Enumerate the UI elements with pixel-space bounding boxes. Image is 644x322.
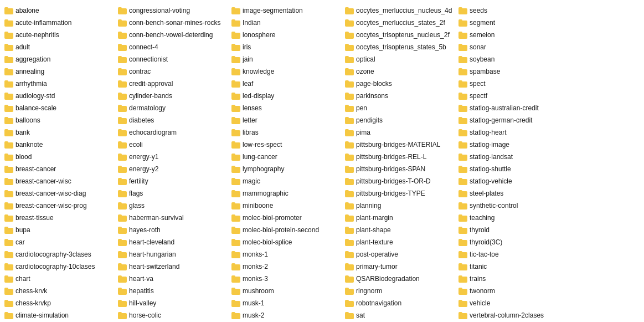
list-item[interactable]: bupa <box>2 224 116 236</box>
list-item[interactable]: balloons <box>2 114 116 126</box>
list-item[interactable]: monks-2 <box>229 260 343 273</box>
list-item[interactable]: breast-cancer <box>2 163 116 175</box>
list-item[interactable]: blood <box>2 151 116 163</box>
list-item[interactable]: cardiotocography-10clases <box>2 260 116 273</box>
list-item[interactable]: diabetes <box>116 114 229 126</box>
list-item[interactable]: oocytes_trisopterus_states_5b <box>343 41 456 53</box>
list-item[interactable]: heart-cleveland <box>116 236 229 248</box>
list-item[interactable]: dermatology <box>116 102 229 114</box>
list-item[interactable]: heart-switzerland <box>116 260 229 273</box>
list-item[interactable]: pittsburg-bridges-T-OR-D <box>343 175 456 187</box>
list-item[interactable]: optical <box>343 53 456 65</box>
list-item[interactable]: chess-krvk <box>2 285 116 297</box>
list-item[interactable]: energy-y1 <box>116 151 229 163</box>
list-item[interactable]: parkinsons <box>343 90 456 102</box>
list-item[interactable]: connectionist <box>116 53 229 65</box>
list-item[interactable]: spambase <box>456 65 570 78</box>
list-item[interactable]: connect-4 <box>116 41 229 53</box>
list-item[interactable]: statlog-shuttle <box>456 163 570 175</box>
list-item[interactable]: trains <box>456 273 570 285</box>
list-item[interactable]: monks-3 <box>229 273 343 285</box>
list-item[interactable]: hepatitis <box>116 285 229 297</box>
list-item[interactable]: page-blocks <box>343 78 456 90</box>
list-item[interactable]: leaf <box>229 78 343 90</box>
list-item[interactable]: statlog-heart <box>456 126 570 139</box>
list-item[interactable]: breast-tissue <box>2 212 116 224</box>
list-item[interactable]: bank <box>2 126 116 139</box>
list-item[interactable]: segment <box>456 17 570 29</box>
list-item[interactable]: breast-cancer-wisc-diag <box>2 187 116 200</box>
list-item[interactable]: libras <box>229 126 343 139</box>
list-item[interactable]: vertebral-column-2clases <box>456 309 570 321</box>
list-item[interactable]: heart-va <box>116 273 229 285</box>
list-item[interactable]: flags <box>116 187 229 200</box>
list-item[interactable]: banknote <box>2 139 116 151</box>
list-item[interactable]: acute-nephritis <box>2 29 116 41</box>
list-item[interactable]: molec-biol-protein-second <box>229 224 343 236</box>
list-item[interactable]: oocytes_trisopterus_nucleus_2f <box>343 29 456 41</box>
list-item[interactable]: car <box>2 236 116 248</box>
list-item[interactable]: haberman-survival <box>116 212 229 224</box>
list-item[interactable]: arrhythmia <box>2 78 116 90</box>
list-item[interactable]: sonar <box>456 41 570 53</box>
list-item[interactable]: congressional-voting <box>116 4 229 17</box>
list-item[interactable]: soybean <box>456 53 570 65</box>
list-item[interactable]: thyroid(3C) <box>456 236 570 248</box>
list-item[interactable]: pittsburg-bridges-SPAN <box>343 163 456 175</box>
list-item[interactable]: chess-krvkp <box>2 297 116 309</box>
list-item[interactable]: hayes-roth <box>116 224 229 236</box>
list-item[interactable]: planning <box>343 200 456 212</box>
list-item[interactable]: statlog-image <box>456 139 570 151</box>
list-item[interactable]: pima <box>343 126 456 139</box>
list-item[interactable]: molec-biol-splice <box>229 236 343 248</box>
list-item[interactable]: pittsburg-bridges-MATERIAL <box>343 139 456 151</box>
list-item[interactable]: steel-plates <box>456 187 570 200</box>
list-item[interactable]: statlog-landsat <box>456 151 570 163</box>
list-item[interactable]: climate-simulation <box>2 309 116 321</box>
list-item[interactable]: cardiotocography-3clases <box>2 248 116 260</box>
list-item[interactable]: twonorm <box>456 285 570 297</box>
list-item[interactable]: oocytes_merluccius_nucleus_4d <box>343 4 456 17</box>
list-item[interactable]: image-segmentation <box>229 4 343 17</box>
list-item[interactable]: energy-y2 <box>116 163 229 175</box>
list-item[interactable]: conn-bench-vowel-deterding <box>116 29 229 41</box>
list-item[interactable]: oocytes_merluccius_states_2f <box>343 17 456 29</box>
list-item[interactable]: letter <box>229 114 343 126</box>
list-item[interactable]: spect <box>456 78 570 90</box>
list-item[interactable]: statlog-australian-credit <box>456 102 570 114</box>
list-item[interactable]: acute-inflammation <box>2 17 116 29</box>
list-item[interactable]: musk-1 <box>229 297 343 309</box>
list-item[interactable]: balance-scale <box>2 102 116 114</box>
list-item[interactable]: monks-1 <box>229 248 343 260</box>
list-item[interactable]: contrac <box>116 65 229 78</box>
list-item[interactable]: statlog-vehicle <box>456 175 570 187</box>
list-item[interactable]: lenses <box>229 102 343 114</box>
list-item[interactable]: chart <box>2 273 116 285</box>
list-item[interactable]: vehicle <box>456 297 570 309</box>
list-item[interactable]: plant-margin <box>343 212 456 224</box>
list-item[interactable]: breast-cancer-wisc <box>2 175 116 187</box>
list-item[interactable]: lymphography <box>229 163 343 175</box>
list-item[interactable]: pen <box>343 102 456 114</box>
list-item[interactable]: credit-approval <box>116 78 229 90</box>
list-item[interactable]: mushroom <box>229 285 343 297</box>
list-item[interactable]: knowledge <box>229 65 343 78</box>
list-item[interactable]: synthetic-control <box>456 200 570 212</box>
list-item[interactable]: annealing <box>2 65 116 78</box>
list-item[interactable]: titanic <box>456 260 570 273</box>
list-item[interactable]: aggregation <box>2 53 116 65</box>
list-item[interactable]: ionosphere <box>229 29 343 41</box>
list-item[interactable]: thyroid <box>456 224 570 236</box>
list-item[interactable]: Indian <box>229 17 343 29</box>
list-item[interactable]: mammographic <box>229 187 343 200</box>
list-item[interactable]: jain <box>229 53 343 65</box>
list-item[interactable]: molec-biol-promoter <box>229 212 343 224</box>
list-item[interactable]: post-operative <box>343 248 456 260</box>
list-item[interactable]: ringnorm <box>343 285 456 297</box>
list-item[interactable]: abalone <box>2 4 116 17</box>
list-item[interactable]: QSARBiodegradation <box>343 273 456 285</box>
list-item[interactable]: robotnavigation <box>343 297 456 309</box>
list-item[interactable]: primary-tumor <box>343 260 456 273</box>
list-item[interactable]: plant-shape <box>343 224 456 236</box>
list-item[interactable]: heart-hungarian <box>116 248 229 260</box>
